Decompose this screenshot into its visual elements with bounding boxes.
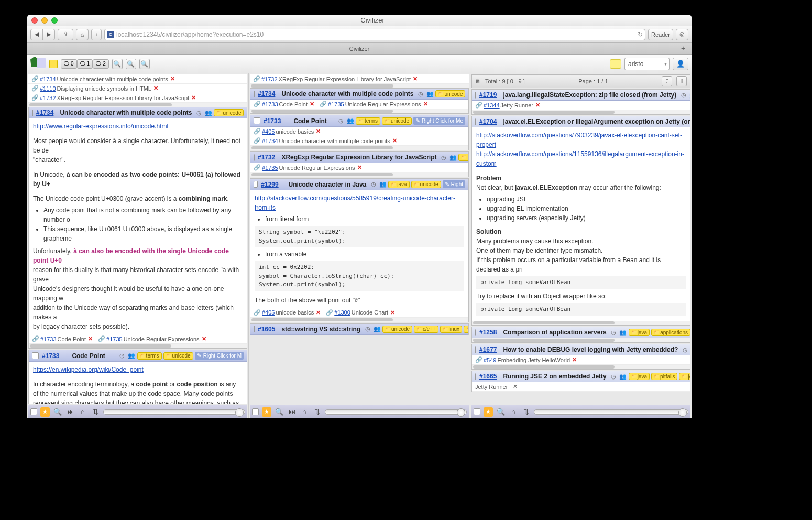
rel-link[interactable]: #1732 <box>40 95 56 101</box>
card-checkbox[interactable] <box>32 110 33 116</box>
card-id-link[interactable]: #1258 <box>479 329 497 336</box>
download-button[interactable]: ◎ <box>676 29 688 40</box>
skip-icon[interactable]: ⏭ <box>65 407 75 417</box>
tag[interactable]: w <box>464 326 468 333</box>
rel-remove[interactable]: ✕ <box>513 383 518 390</box>
rel-link[interactable]: #1735 <box>328 101 344 107</box>
slider[interactable] <box>325 409 467 415</box>
favorite-toggle[interactable] <box>49 60 58 68</box>
tag-unicode[interactable]: unicode <box>214 109 244 116</box>
card-id-link[interactable]: #1734 <box>36 109 53 116</box>
external-link[interactable]: http://www.regular-expressions.info/unic… <box>33 123 168 130</box>
rel-remove[interactable]: ✕ <box>88 335 93 342</box>
rel-link[interactable]: #1733 <box>40 336 57 342</box>
hscroll[interactable] <box>29 344 247 348</box>
card-checkbox[interactable] <box>475 346 476 353</box>
external-link[interactable]: http://stackoverflow.com/questions/55859… <box>255 194 455 211</box>
search-icon[interactable]: 🔍 <box>53 407 62 417</box>
tag-unicode[interactable]: unicode <box>163 352 193 360</box>
card-checkbox[interactable] <box>254 326 255 332</box>
rel-link[interactable]: #1735 <box>106 336 123 342</box>
tag[interactable]: applications <box>651 329 690 336</box>
card-id-link[interactable]: #1704 <box>479 118 497 125</box>
card-id-link[interactable]: #1732 <box>258 154 275 161</box>
rel-link[interactable]: #1734 <box>262 138 278 144</box>
minimize-window[interactable] <box>41 17 48 24</box>
rel-remove[interactable]: ✕ <box>423 101 428 107</box>
card-checkbox[interactable] <box>475 373 476 380</box>
reader-button[interactable]: Reader <box>648 29 673 40</box>
sort-icon[interactable]: ⇅ <box>521 407 531 417</box>
search-button-2[interactable]: 🔍 <box>126 59 136 69</box>
card-checkbox[interactable] <box>475 118 476 125</box>
tag-java[interactable]: java <box>388 181 409 188</box>
card-id-link[interactable]: #1733 <box>264 117 281 125</box>
tag-java[interactable]: java <box>629 329 650 336</box>
search-button-3[interactable]: 🔍 <box>139 59 150 69</box>
card-checkbox[interactable] <box>254 181 258 188</box>
forward-button[interactable]: ▶ <box>42 29 55 40</box>
rel-remove[interactable]: ✕ <box>390 309 395 316</box>
home-icon[interactable]: ⌂ <box>78 407 87 417</box>
star-button[interactable]: ★ <box>484 407 493 417</box>
card-id-link[interactable]: #1677 <box>479 346 497 353</box>
sort-icon[interactable]: ⇅ <box>91 407 100 417</box>
rel-remove[interactable]: ✕ <box>316 128 321 135</box>
footer-checkbox[interactable] <box>252 408 259 415</box>
rel-remove[interactable]: ✕ <box>191 94 196 101</box>
home-icon[interactable]: ⌂ <box>509 407 518 417</box>
hscroll[interactable] <box>472 110 690 114</box>
external-link[interactable]: https://en.wikipedia.org/wiki/Code_point <box>33 366 144 373</box>
hscroll[interactable] <box>472 365 690 369</box>
star-button[interactable]: ★ <box>262 407 271 417</box>
scroll-top-button[interactable]: ⇧ <box>676 76 687 86</box>
theme-select[interactable]: aristo <box>624 58 670 70</box>
rel-link[interactable]: #1300 <box>334 309 350 316</box>
tag[interactable]: unicode <box>382 326 412 333</box>
hscroll[interactable] <box>250 318 468 322</box>
rel-remove[interactable]: ✕ <box>572 356 577 363</box>
tag[interactable]: pitfalls <box>651 373 677 380</box>
card-checkbox[interactable] <box>254 154 255 161</box>
rel-remove[interactable]: ✕ <box>535 102 540 109</box>
external-link[interactable]: http://stackoverflow.com/questions/79032… <box>476 132 682 148</box>
back-button[interactable]: ◀ <box>30 29 43 40</box>
url-bar[interactable]: C localhost:12345/civilizer/app/home?exe… <box>104 29 645 40</box>
card-checkbox[interactable] <box>475 329 476 336</box>
tag-unicode[interactable]: unicode <box>382 117 412 125</box>
tag-unicode[interactable]: unicode <box>411 181 441 188</box>
slider[interactable] <box>103 409 245 415</box>
footer-checkbox[interactable] <box>30 408 37 415</box>
card-checkbox[interactable] <box>475 92 476 99</box>
hscroll[interactable] <box>472 338 690 342</box>
screen-2-button[interactable]: 2 <box>93 59 109 69</box>
reload-icon[interactable]: ↻ <box>638 31 643 38</box>
rel-link[interactable]: #1733 <box>262 101 278 107</box>
rel-remove[interactable]: ✕ <box>316 309 321 316</box>
card-id-link[interactable]: #1665 <box>479 373 497 380</box>
rel-link[interactable]: #405 <box>262 309 275 316</box>
zoom-window[interactable] <box>51 17 58 24</box>
user-button[interactable]: 👤 <box>673 58 688 70</box>
card-id-link[interactable]: #1299 <box>261 181 278 188</box>
home-icon[interactable]: ⌂ <box>300 407 309 417</box>
card-checkbox[interactable] <box>254 91 255 98</box>
tag[interactable]: jetty <box>679 373 690 380</box>
screen-1-button[interactable]: 1 <box>77 59 93 69</box>
card-checkbox[interactable] <box>32 352 39 359</box>
search-icon[interactable]: 🔍 <box>496 407 506 417</box>
tab-title[interactable]: Civilizer <box>349 46 370 52</box>
rel-link[interactable]: #1734 <box>40 76 56 82</box>
card-id-link[interactable]: #1733 <box>42 352 59 360</box>
external-link[interactable]: http://stackoverflow.com/questions/11559… <box>476 150 684 167</box>
hscroll[interactable] <box>28 103 247 107</box>
hscroll[interactable] <box>250 109 468 113</box>
star-button[interactable]: ★ <box>40 407 50 417</box>
home-button[interactable]: ⌂ <box>76 29 89 40</box>
rel-link[interactable]: #549 <box>484 357 496 363</box>
scroll-up-button[interactable]: ⤴ <box>662 76 672 86</box>
tag[interactable]: linux <box>440 326 463 333</box>
rel-remove[interactable]: ✕ <box>153 85 158 92</box>
tag-terms[interactable]: terms <box>356 117 380 125</box>
rel-link[interactable]: #1110 <box>40 85 56 92</box>
